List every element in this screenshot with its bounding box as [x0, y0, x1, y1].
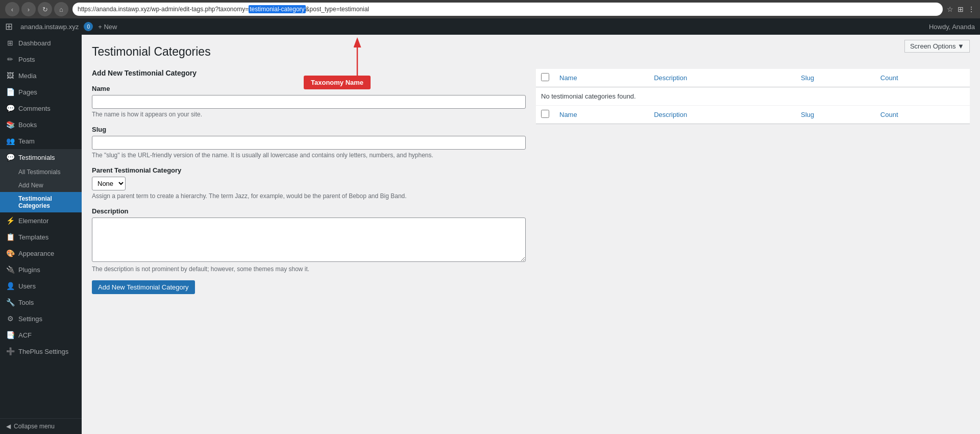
- sidebar-item-posts[interactable]: ✏ Posts: [0, 51, 82, 67]
- sidebar-item-settings[interactable]: ⚙ Settings: [0, 310, 82, 327]
- slug-hint: The "slug" is the URL-friendly version o…: [92, 152, 526, 159]
- description-textarea[interactable]: [92, 218, 526, 262]
- address-bar[interactable]: https://ananda.instawp.xyz/wp-admin/edit…: [72, 3, 943, 16]
- description-label: Description: [92, 207, 526, 215]
- submenu-all-testimonials[interactable]: All Testimonials: [0, 165, 82, 179]
- reload-button[interactable]: ↻: [38, 2, 52, 16]
- table-header-row: Name Description Slug Count: [536, 69, 970, 87]
- collapse-menu-button[interactable]: ◀ Collapse menu: [0, 418, 82, 434]
- dashboard-icon: ⊞: [6, 39, 14, 47]
- url-prefix: https://ananda.instawp.xyz/wp-admin/edit…: [78, 6, 249, 13]
- sidebar-item-dashboard[interactable]: ⊞ Dashboard: [0, 35, 82, 51]
- th-name[interactable]: Name: [554, 69, 649, 87]
- tfoot-name[interactable]: Name: [554, 106, 649, 124]
- screen-options-area: Screen Options ▼: [904, 40, 970, 53]
- posts-icon: ✏: [6, 55, 14, 63]
- no-items-message: No testimonial categories found.: [536, 87, 970, 106]
- no-items-row: No testimonial categories found.: [536, 87, 970, 106]
- sidebar-item-media[interactable]: 🖼 Media: [0, 67, 82, 84]
- th-count[interactable]: Count: [875, 69, 970, 87]
- tools-icon: 🔧: [6, 298, 14, 306]
- name-input[interactable]: [92, 95, 526, 109]
- wp-layout: ⊞ Dashboard ✏ Posts 🖼 Media 📄 Pages 💬: [0, 35, 980, 434]
- slug-label: Slug: [92, 126, 526, 133]
- submenu-testimonial-categories[interactable]: Testimonial Categories: [0, 192, 82, 212]
- add-category-button[interactable]: Add New Testimonial Category: [92, 280, 195, 294]
- new-content-link[interactable]: + New: [98, 23, 117, 31]
- sidebar-item-team[interactable]: 👥 Team: [0, 133, 82, 149]
- tfoot-count[interactable]: Count: [875, 106, 970, 124]
- sidebar-label-theplus: ThePlus Settings: [18, 348, 68, 355]
- sidebar-item-testimonials[interactable]: 💬 Testimonials: [0, 149, 82, 165]
- table-body: No testimonial categories found.: [536, 87, 970, 106]
- sidebar-label-media: Media: [18, 72, 36, 80]
- name-hint: The name is how it appears on your site.: [92, 111, 526, 118]
- bookmark-icon[interactable]: ☆: [947, 5, 953, 13]
- submenu-add-new[interactable]: Add New: [0, 179, 82, 192]
- extensions-icon[interactable]: ⊞: [958, 5, 964, 13]
- browser-icons: ☆ ⊞ ⋮: [947, 5, 975, 13]
- testimonials-submenu: All Testimonials Add New Testimonial Cat…: [0, 165, 82, 212]
- browser-chrome: ‹ › ↻ ⌂ https://ananda.instawp.xyz/wp-ad…: [0, 0, 980, 18]
- table-head: Name Description Slug Count: [536, 69, 970, 87]
- sidebar-label-elementor: Elementor: [18, 217, 48, 225]
- menu-icon[interactable]: ⋮: [968, 5, 975, 13]
- tfoot-description[interactable]: Description: [649, 106, 796, 124]
- sidebar-item-pages[interactable]: 📄 Pages: [0, 84, 82, 100]
- howdy-text: Howdy, Ananda: [929, 23, 975, 31]
- th-slug[interactable]: Slug: [796, 69, 875, 87]
- select-all-checkbox[interactable]: [541, 73, 549, 81]
- screen-options-button[interactable]: Screen Options ▼: [904, 40, 970, 53]
- collapse-label: Collapse menu: [14, 423, 55, 430]
- sidebar-item-templates[interactable]: 📋 Templates: [0, 229, 82, 245]
- sidebar-item-books[interactable]: 📚 Books: [0, 116, 82, 133]
- sidebar-item-elementor[interactable]: ⚡ Elementor: [0, 212, 82, 229]
- slug-input[interactable]: [92, 136, 526, 150]
- name-field-group: Name The name is how it appears on your …: [92, 85, 526, 118]
- sidebar-item-tools[interactable]: 🔧 Tools: [0, 294, 82, 310]
- url-suffix: &post_type=testimonial: [306, 6, 369, 13]
- select-all-footer-checkbox[interactable]: [541, 110, 549, 118]
- tfoot-slug[interactable]: Slug: [796, 106, 875, 124]
- sidebar-label-comments: Comments: [18, 105, 51, 112]
- sidebar-label-tools: Tools: [18, 299, 34, 306]
- table-foot: Name Description Slug Count: [536, 106, 970, 124]
- books-icon: 📚: [6, 120, 14, 129]
- sidebar-item-appearance[interactable]: 🎨 Appearance: [0, 245, 82, 261]
- sidebar-label-acf: ACF: [18, 331, 32, 339]
- testimonials-icon: 💬: [6, 153, 14, 161]
- url-highlight: testimonial-category: [249, 5, 305, 13]
- back-button[interactable]: ‹: [5, 2, 19, 16]
- taxonomy-annotation-arrow: [327, 35, 388, 81]
- sidebar-label-posts: Posts: [18, 56, 35, 63]
- sidebar-label-books: Books: [18, 121, 37, 129]
- team-icon: 👥: [6, 137, 14, 145]
- templates-icon: 📋: [6, 233, 14, 241]
- wp-logo[interactable]: ⊞: [5, 21, 13, 32]
- comment-count: 0: [84, 22, 93, 31]
- sidebar-item-acf[interactable]: 📑 ACF: [0, 327, 82, 343]
- sidebar-item-users[interactable]: 👤 Users: [0, 278, 82, 294]
- th-description[interactable]: Description: [649, 69, 796, 87]
- comments-link[interactable]: 0: [84, 22, 93, 31]
- description-hint: The description is not prominent by defa…: [92, 266, 526, 273]
- settings-icon: ⚙: [6, 315, 14, 323]
- page-title: Testimonial Categories: [92, 45, 970, 59]
- slug-field-group: Slug The "slug" is the URL-friendly vers…: [92, 126, 526, 159]
- home-button[interactable]: ⌂: [54, 2, 68, 16]
- taxonomy-tooltip: Taxonomy Name: [304, 76, 371, 89]
- sidebar-item-comments[interactable]: 💬 Comments: [0, 100, 82, 116]
- parent-field-group: Parent Testimonial Category None Assign …: [92, 166, 526, 200]
- add-category-form: Add New Testimonial Category Name The na…: [92, 69, 526, 294]
- site-name-link[interactable]: ananda.instawp.xyz: [20, 23, 79, 31]
- sidebar-nav: ⊞ Dashboard ✏ Posts 🖼 Media 📄 Pages 💬: [0, 35, 82, 418]
- collapse-icon: ◀: [6, 423, 11, 430]
- sidebar-item-plugins[interactable]: 🔌 Plugins: [0, 261, 82, 278]
- elementor-icon: ⚡: [6, 216, 14, 225]
- categories-table-section: Name Description Slug Count No testimoni…: [536, 69, 970, 294]
- sidebar-label-testimonials: Testimonials: [18, 154, 55, 161]
- forward-button[interactable]: ›: [21, 2, 36, 16]
- parent-select[interactable]: None: [92, 177, 126, 190]
- categories-table: Name Description Slug Count No testimoni…: [536, 69, 970, 124]
- sidebar-item-theplus[interactable]: ➕ ThePlus Settings: [0, 343, 82, 359]
